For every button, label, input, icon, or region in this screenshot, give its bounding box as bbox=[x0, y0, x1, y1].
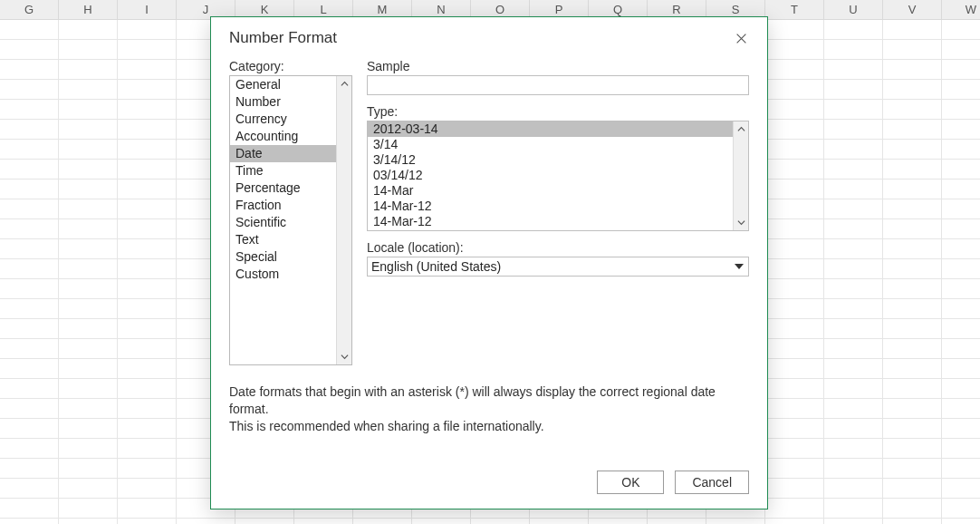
cell[interactable] bbox=[0, 180, 59, 199]
cell[interactable] bbox=[59, 319, 118, 339]
cell[interactable] bbox=[942, 399, 980, 419]
cancel-button[interactable]: Cancel bbox=[675, 471, 749, 494]
cell[interactable] bbox=[942, 459, 980, 479]
cell[interactable] bbox=[765, 519, 824, 524]
cell[interactable] bbox=[883, 499, 942, 519]
cell[interactable] bbox=[765, 359, 824, 379]
cell[interactable] bbox=[765, 259, 824, 279]
cell[interactable] bbox=[59, 140, 118, 160]
close-button[interactable] bbox=[729, 26, 753, 50]
cell[interactable] bbox=[530, 519, 589, 524]
cell[interactable] bbox=[0, 120, 59, 140]
cell[interactable] bbox=[118, 199, 177, 219]
cell[interactable] bbox=[942, 379, 980, 399]
cell[interactable] bbox=[118, 319, 177, 339]
cell[interactable] bbox=[118, 60, 177, 80]
cell[interactable] bbox=[59, 439, 118, 459]
cell[interactable] bbox=[883, 239, 942, 259]
column-header[interactable]: U bbox=[824, 0, 883, 19]
cell[interactable] bbox=[765, 239, 824, 259]
cell[interactable] bbox=[942, 479, 980, 499]
cell[interactable] bbox=[0, 359, 59, 379]
cell[interactable] bbox=[824, 519, 883, 524]
category-listbox[interactable]: GeneralNumberCurrencyAccountingDateTimeP… bbox=[229, 75, 352, 365]
cell[interactable] bbox=[412, 519, 471, 524]
cell[interactable] bbox=[824, 120, 883, 140]
cell[interactable] bbox=[0, 439, 59, 459]
cell[interactable] bbox=[883, 399, 942, 419]
cell[interactable] bbox=[942, 439, 980, 459]
cell[interactable] bbox=[824, 499, 883, 519]
cell[interactable] bbox=[942, 180, 980, 199]
category-item[interactable]: Accounting bbox=[230, 128, 336, 145]
cell[interactable] bbox=[883, 140, 942, 160]
cell[interactable] bbox=[59, 80, 118, 100]
cell[interactable] bbox=[824, 239, 883, 259]
scroll-track[interactable] bbox=[734, 137, 748, 215]
cell[interactable] bbox=[59, 339, 118, 359]
cell[interactable] bbox=[765, 219, 824, 239]
cell[interactable] bbox=[942, 339, 980, 359]
cell[interactable] bbox=[118, 479, 177, 499]
cell[interactable] bbox=[59, 40, 118, 60]
category-item[interactable]: Text bbox=[230, 231, 336, 248]
cell[interactable] bbox=[118, 399, 177, 419]
type-item[interactable]: 3/14 bbox=[368, 137, 733, 152]
cell[interactable] bbox=[883, 379, 942, 399]
cell[interactable] bbox=[118, 120, 177, 140]
cell[interactable] bbox=[942, 219, 980, 239]
cell[interactable] bbox=[59, 399, 118, 419]
cell[interactable] bbox=[765, 399, 824, 419]
cell[interactable] bbox=[824, 419, 883, 439]
cell[interactable] bbox=[0, 239, 59, 259]
cell[interactable] bbox=[765, 379, 824, 399]
type-item[interactable]: 2012-03-14 bbox=[368, 121, 733, 137]
category-item[interactable]: Custom bbox=[230, 266, 336, 283]
cell[interactable] bbox=[824, 319, 883, 339]
cell[interactable] bbox=[765, 20, 824, 40]
cell[interactable] bbox=[118, 499, 177, 519]
cell[interactable] bbox=[589, 519, 648, 524]
category-item[interactable]: Time bbox=[230, 162, 336, 180]
cell[interactable] bbox=[59, 219, 118, 239]
cell[interactable] bbox=[59, 239, 118, 259]
cell[interactable] bbox=[942, 259, 980, 279]
scroll-track[interactable] bbox=[337, 92, 351, 349]
cell[interactable] bbox=[118, 219, 177, 239]
cell[interactable] bbox=[118, 459, 177, 479]
type-item[interactable]: 14-Mar bbox=[368, 183, 733, 199]
cell[interactable] bbox=[942, 299, 980, 319]
cell[interactable] bbox=[765, 279, 824, 299]
cell[interactable] bbox=[0, 80, 59, 100]
cell[interactable] bbox=[824, 399, 883, 419]
cell[interactable] bbox=[942, 60, 980, 80]
scroll-down-arrow[interactable] bbox=[734, 215, 749, 230]
cell[interactable] bbox=[118, 439, 177, 459]
cell[interactable] bbox=[765, 120, 824, 140]
cell[interactable] bbox=[765, 199, 824, 219]
cell[interactable] bbox=[883, 479, 942, 499]
cell[interactable] bbox=[59, 279, 118, 299]
cell[interactable] bbox=[883, 419, 942, 439]
type-listbox[interactable]: 2012-03-143/143/14/1203/14/1214-Mar14-Ma… bbox=[367, 121, 749, 231]
cell[interactable] bbox=[883, 299, 942, 319]
cell[interactable] bbox=[0, 419, 59, 439]
category-item[interactable]: Percentage bbox=[230, 180, 336, 197]
scrollbar[interactable] bbox=[733, 121, 748, 230]
cell[interactable] bbox=[118, 419, 177, 439]
cell[interactable] bbox=[824, 359, 883, 379]
cell[interactable] bbox=[0, 259, 59, 279]
cell[interactable] bbox=[118, 259, 177, 279]
cell[interactable] bbox=[883, 180, 942, 199]
cell[interactable] bbox=[765, 40, 824, 60]
cell[interactable] bbox=[942, 100, 980, 120]
cell[interactable] bbox=[118, 519, 177, 524]
cell[interactable] bbox=[0, 299, 59, 319]
cell[interactable] bbox=[59, 379, 118, 399]
cell[interactable] bbox=[824, 100, 883, 120]
cell[interactable] bbox=[118, 239, 177, 259]
cell[interactable] bbox=[824, 279, 883, 299]
cell[interactable] bbox=[765, 299, 824, 319]
cell[interactable] bbox=[59, 60, 118, 80]
cell[interactable] bbox=[706, 519, 765, 524]
